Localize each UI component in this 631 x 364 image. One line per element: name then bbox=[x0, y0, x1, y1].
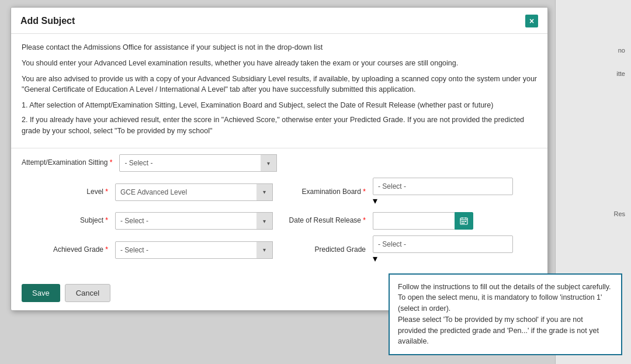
page-wrapper: no itte Res Add Subject × Please contact… bbox=[0, 0, 631, 364]
info-line-3: You are also advised to provide us with … bbox=[22, 74, 537, 96]
bg-label-3: Res bbox=[613, 210, 625, 217]
subject-date-row: Subject * - Select - ▾ Date bbox=[22, 212, 537, 230]
board-select-wrapper: - Select - ▾ bbox=[373, 178, 513, 206]
calendar-button[interactable] bbox=[455, 212, 473, 230]
save-button[interactable]: Save bbox=[22, 284, 60, 302]
add-subject-modal: Add Subject × Please contact the Admissi… bbox=[11, 7, 548, 311]
level-select[interactable]: GCE Advanced Level bbox=[115, 183, 273, 201]
attempt-select-wrapper: - Select - ▾ bbox=[119, 154, 277, 172]
svg-rect-4 bbox=[462, 221, 463, 222]
attempt-select[interactable]: - Select - bbox=[119, 154, 277, 172]
board-label: Examination Board * bbox=[285, 188, 373, 197]
date-input[interactable] bbox=[373, 212, 455, 230]
subject-select[interactable]: - Select - bbox=[115, 212, 273, 230]
predicted-grade-select[interactable]: - Select - bbox=[373, 235, 513, 253]
level-col: Level * GCE Advanced Level ▾ bbox=[22, 183, 273, 201]
board-col: Examination Board * - Select - ▾ bbox=[285, 178, 537, 206]
predicted-dropdown-arrow: ▾ bbox=[373, 253, 513, 264]
tooltip-box: Follow the instructions to fill out the … bbox=[389, 273, 622, 356]
achieved-label: Achieved Grade * bbox=[22, 245, 115, 255]
attempt-label: Attempt/Examination Sitting * bbox=[22, 158, 119, 168]
level-select-wrap: GCE Advanced Level ▾ bbox=[115, 183, 273, 201]
modal-header: Add Subject × bbox=[11, 8, 547, 34]
level-board-row: Level * GCE Advanced Level ▾ bbox=[22, 178, 537, 206]
form-section: Attempt/Examination Sitting * - Select -… bbox=[11, 148, 547, 278]
subject-select-wrap: - Select - ▾ bbox=[115, 212, 273, 230]
predicted-select-wrapper: - Select - ▾ bbox=[373, 235, 513, 264]
predicted-col: Predicted Grade - Select - ▾ bbox=[285, 235, 537, 264]
date-input-wrap bbox=[373, 212, 478, 230]
calendar-icon bbox=[460, 217, 468, 225]
level-select-wrapper: GCE Advanced Level ▾ bbox=[115, 183, 273, 201]
date-label: Date of Result Release * bbox=[285, 216, 373, 226]
date-col: Date of Result Release * bbox=[285, 212, 537, 230]
level-label: Level * bbox=[22, 188, 115, 197]
instruction-2: 2. If you already have your achieved res… bbox=[22, 115, 537, 137]
svg-rect-7 bbox=[462, 223, 463, 224]
instruction-1: 1. After selection of Attempt/Examinatio… bbox=[22, 100, 537, 111]
tooltip-text: Follow the instructions to fill out the … bbox=[398, 283, 611, 346]
subject-label: Subject * bbox=[22, 216, 115, 226]
achieved-col: Achieved Grade * - Select - ▾ bbox=[22, 241, 273, 259]
modal-title: Add Subject bbox=[20, 16, 75, 26]
subject-select-wrapper: - Select - ▾ bbox=[115, 212, 273, 230]
modal-body: Please contact the Admissions Office for… bbox=[11, 34, 547, 148]
info-line-1: Please contact the Admissions Office for… bbox=[22, 42, 537, 53]
attempt-row: Attempt/Examination Sitting * - Select -… bbox=[22, 154, 537, 172]
bg-label-2: itte bbox=[616, 70, 625, 77]
info-line-2: You should enter your Advanced Level exa… bbox=[22, 58, 537, 69]
svg-rect-5 bbox=[463, 221, 464, 222]
subject-col: Subject * - Select - ▾ bbox=[22, 212, 273, 230]
achieved-grade-select[interactable]: - Select - bbox=[115, 241, 273, 259]
bg-label-1: no bbox=[618, 47, 625, 54]
cancel-button[interactable]: Cancel bbox=[65, 284, 110, 302]
achieved-select-wrap: - Select - ▾ bbox=[115, 241, 273, 259]
grade-row: Achieved Grade * - Select - ▾ bbox=[22, 235, 537, 264]
board-dropdown-arrow: ▾ bbox=[373, 195, 513, 206]
svg-rect-8 bbox=[463, 223, 464, 224]
attempt-select-wrap: - Select - ▾ bbox=[119, 154, 277, 172]
board-select[interactable]: - Select - bbox=[373, 178, 513, 195]
achieved-select-wrapper: - Select - ▾ bbox=[115, 241, 273, 259]
close-button[interactable]: × bbox=[525, 15, 538, 27]
svg-rect-6 bbox=[465, 221, 466, 222]
predicted-label: Predicted Grade bbox=[285, 245, 373, 255]
